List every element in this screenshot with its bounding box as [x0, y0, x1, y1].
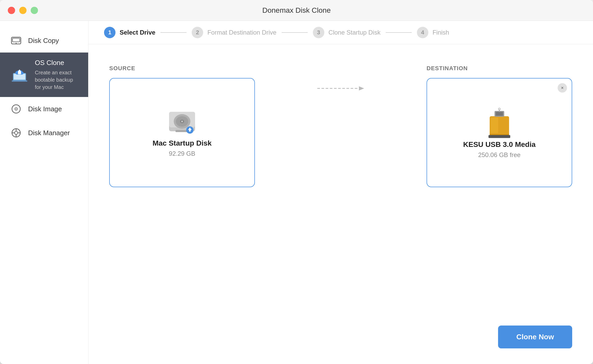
source-drive-size: 92.29 GB	[169, 150, 195, 157]
svg-rect-1	[12, 38, 20, 42]
sidebar-item-disk-image[interactable]: Disk Image	[0, 97, 88, 121]
step-connector-3	[386, 32, 412, 33]
step-connector-2	[282, 32, 308, 33]
app-window: Donemax Disk Clone Disk Copy	[0, 0, 593, 364]
os-clone-icon	[10, 66, 29, 84]
step-4: 4 Finish	[417, 27, 449, 38]
transfer-arrow	[315, 83, 367, 94]
source-drive-card[interactable]: Mac Startup Disk 92.29 GB	[109, 78, 255, 187]
main-content: SOURCE	[88, 44, 593, 364]
step-2: 2 Format Destination Drive	[192, 27, 276, 38]
destination-label: DESTINATION	[427, 65, 572, 72]
sidebar-item-os-clone[interactable]: OS Clone Create an exact bootable backup…	[0, 53, 88, 97]
window-title: Donemax Disk Clone	[262, 6, 331, 15]
arrow-area	[255, 65, 427, 94]
disk-manager-label: Disk Manager	[28, 129, 70, 137]
os-clone-description: Create an exact bootable backup for your…	[35, 69, 78, 91]
step-1-label: Select Drive	[120, 29, 155, 36]
destination-section: DESTINATION ×	[427, 65, 572, 187]
svg-rect-35	[488, 135, 510, 138]
disk-copy-icon	[10, 35, 22, 46]
clone-now-button[interactable]: Clone Now	[498, 326, 572, 348]
step-3-label: Clone Startup Disk	[328, 29, 381, 36]
step-connector-1	[160, 32, 186, 33]
step-1: 1 Select Drive	[104, 27, 155, 38]
steps-header: 1 Select Drive 2 Format Destination Driv…	[88, 21, 593, 44]
usb-drive-svg	[485, 107, 514, 140]
svg-point-15	[15, 131, 18, 134]
svg-rect-9	[18, 72, 21, 74]
sidebar: Disk Copy	[0, 21, 88, 364]
svg-point-13	[16, 109, 17, 109]
svg-rect-5	[12, 80, 27, 82]
minimize-traffic-light[interactable]	[19, 7, 27, 14]
svg-point-2	[16, 43, 17, 44]
os-clone-label: OS Clone	[35, 59, 78, 67]
maximize-traffic-light[interactable]	[31, 7, 38, 14]
destination-drive-name: KESU USB 3.0 Media	[463, 140, 536, 149]
source-dest-row: SOURCE	[109, 65, 572, 187]
svg-rect-29	[189, 130, 191, 132]
disk-manager-icon	[10, 127, 22, 139]
disk-copy-label: Disk Copy	[28, 37, 59, 45]
disk-manager-text: Disk Manager	[28, 129, 70, 137]
step-2-label: Format Destination Drive	[207, 29, 276, 36]
step-3-number: 3	[313, 27, 324, 38]
disk-image-icon	[10, 103, 22, 115]
destination-drive-card[interactable]: ×	[427, 78, 572, 187]
disk-copy-text: Disk Copy	[28, 37, 59, 45]
close-destination-button[interactable]: ×	[558, 83, 567, 93]
svg-rect-37	[496, 112, 503, 116]
source-section: SOURCE	[109, 65, 255, 187]
step-2-number: 2	[192, 27, 203, 38]
destination-drive-size: 250.06 GB free	[478, 151, 521, 159]
step-4-number: 4	[417, 27, 428, 38]
step-3: 3 Clone Startup Disk	[313, 27, 381, 38]
sidebar-item-disk-copy[interactable]: Disk Copy	[0, 29, 88, 53]
svg-rect-34	[491, 118, 498, 133]
disk-image-text: Disk Image	[28, 105, 62, 113]
step-1-number: 1	[104, 27, 115, 38]
close-traffic-light[interactable]	[8, 7, 15, 14]
steps-container: 1 Select Drive 2 Format Destination Driv…	[104, 27, 449, 38]
disk-image-label: Disk Image	[28, 105, 62, 113]
source-label: SOURCE	[109, 65, 255, 72]
traffic-lights	[8, 7, 38, 14]
source-drive-name: Mac Startup Disk	[152, 139, 211, 147]
os-clone-text: OS Clone Create an exact bootable backup…	[35, 59, 78, 91]
svg-point-25	[181, 121, 183, 122]
content-area: 1 Select Drive 2 Format Destination Driv…	[88, 21, 593, 364]
step-4-label: Finish	[433, 29, 449, 36]
main-layout: Disk Copy	[0, 21, 593, 364]
close-icon: ×	[561, 85, 564, 91]
startup-disk-svg	[165, 108, 199, 139]
svg-rect-4	[14, 74, 25, 80]
title-bar: Donemax Disk Clone	[0, 0, 593, 21]
svg-marker-31	[359, 86, 364, 90]
sidebar-item-disk-manager[interactable]: Disk Manager	[0, 121, 88, 145]
